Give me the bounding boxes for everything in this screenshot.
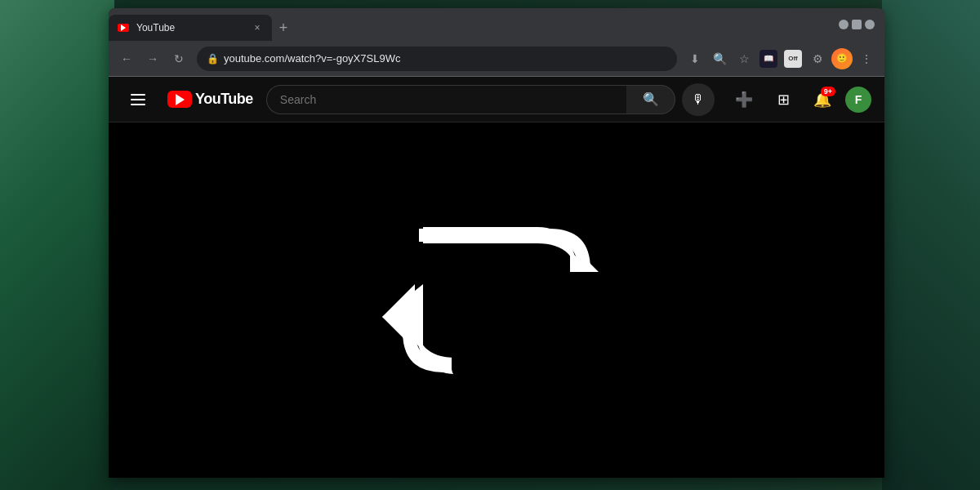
youtube-favicon-icon (118, 24, 129, 32)
more-button[interactable]: ⋮ (855, 47, 878, 70)
youtube-content (109, 122, 884, 478)
profile-avatar: 🙂 (831, 48, 853, 69)
bookmark-button[interactable]: ☆ (733, 47, 755, 70)
repeat-icon-container (366, 170, 627, 431)
tab-area: YouTube × + (109, 8, 829, 41)
browser-window: YouTube × + ← → ↻ 🔒 youtube.com/watch?v=… (109, 8, 884, 478)
youtube-header-actions: ➕ ⊞ 🔔 9+ F (728, 83, 871, 116)
forward-button[interactable]: → (141, 47, 164, 70)
new-tab-button[interactable]: + (272, 16, 295, 39)
youtube-header: YouTube 🔍 🎙 ➕ ⊞ 🔔 (109, 77, 884, 122)
youtube-mic-button[interactable]: 🎙 (682, 83, 715, 116)
youtube-avatar[interactable]: F (845, 87, 871, 113)
youtube-apps-button[interactable]: ⊞ (767, 83, 800, 116)
notification-badge: 9+ (821, 87, 835, 96)
mic-icon: 🎙 (692, 92, 705, 107)
youtube-search-input[interactable] (266, 85, 626, 114)
tab-close-button[interactable]: × (251, 21, 264, 34)
maximize-button[interactable] (852, 20, 862, 29)
youtube-search-button[interactable]: 🔍 (626, 85, 675, 114)
active-tab[interactable]: YouTube × (109, 15, 272, 41)
close-button[interactable] (865, 20, 875, 29)
tab-favicon (117, 21, 130, 34)
reading-list-button[interactable]: 📖 (757, 47, 780, 70)
tab-title: YouTube (136, 22, 244, 33)
download-button[interactable]: ⬇ (684, 47, 706, 70)
puzzle-button[interactable]: ⚙ (806, 47, 829, 70)
video-player[interactable] (109, 122, 884, 478)
title-bar: YouTube × + (109, 8, 884, 41)
youtube-create-button[interactable]: ➕ (728, 83, 760, 116)
youtube-logo[interactable]: YouTube (167, 91, 253, 108)
address-bar[interactable]: 🔒 youtube.com/watch?v=-goyX7SL9Wc (197, 47, 677, 71)
reload-button[interactable]: ↻ (167, 47, 190, 70)
toolbar-icons: ⬇ 🔍 ☆ 📖 Off ⚙ 🙂 ⋮ (684, 47, 878, 70)
youtube-notifications-button[interactable]: 🔔 9+ (806, 83, 839, 116)
create-icon: ➕ (735, 91, 753, 109)
back-button[interactable]: ← (115, 47, 138, 70)
youtube-page: YouTube 🔍 🎙 ➕ ⊞ 🔔 (109, 77, 884, 478)
youtube-logo-text: YouTube (195, 91, 253, 108)
browser-toolbar: ← → ↻ 🔒 youtube.com/watch?v=-goyX7SL9Wc … (109, 41, 884, 77)
youtube-search-area: 🔍 🎙 (266, 83, 715, 116)
svg-rect-2 (452, 272, 611, 378)
extension-dark-icon: 📖 (760, 50, 777, 68)
extensions-button[interactable]: Off (782, 47, 804, 70)
find-button[interactable]: 🔍 (708, 47, 731, 70)
lock-icon: 🔒 (207, 53, 219, 65)
youtube-logo-icon (167, 91, 192, 108)
search-icon: 🔍 (643, 91, 659, 107)
profile-button[interactable]: 🙂 (831, 47, 853, 70)
youtube-menu-button[interactable] (122, 83, 154, 116)
minimize-button[interactable] (839, 20, 849, 29)
apps-icon: ⊞ (777, 91, 790, 109)
repeat-loop-icon (374, 178, 619, 423)
url-display: youtube.com/watch?v=-goyX7SL9Wc (224, 52, 667, 65)
window-controls (829, 8, 884, 41)
hamburger-icon (131, 94, 145, 105)
extension-off-icon: Off (784, 50, 802, 68)
